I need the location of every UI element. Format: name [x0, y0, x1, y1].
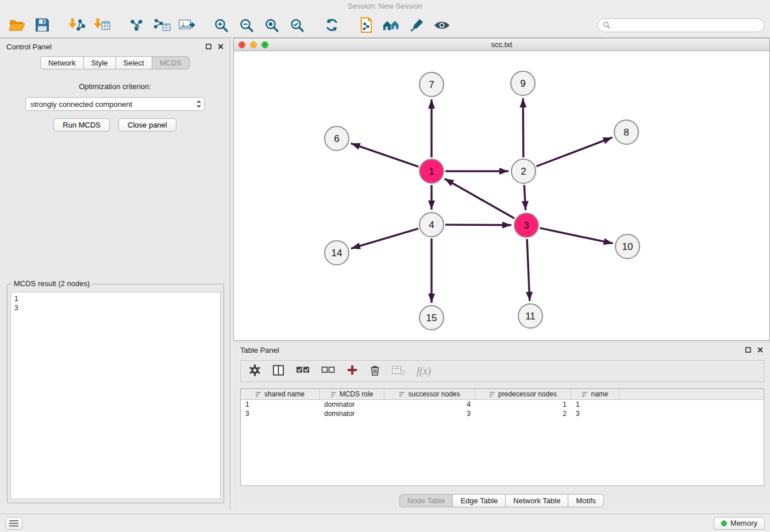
- search-box[interactable]: [598, 18, 764, 32]
- sort-icon: [399, 391, 405, 398]
- node-label-14: 14: [332, 248, 342, 259]
- node-label-6: 6: [334, 133, 339, 144]
- edge-4-14[interactable]: [351, 229, 418, 249]
- window-title: Session: New Session: [348, 2, 422, 10]
- tab-mcds[interactable]: MCDS: [152, 56, 190, 70]
- edge-2-3[interactable]: [524, 185, 525, 210]
- zoom-selected-button[interactable]: [286, 16, 308, 35]
- table-panel-title: Table Panel: [240, 346, 279, 354]
- table-row-2[interactable]: 3dominator323: [241, 409, 764, 418]
- import-network-icon: [68, 17, 86, 33]
- close-table-panel-button[interactable]: [757, 347, 763, 353]
- column-label: successor nodes: [408, 390, 460, 398]
- export-image-button[interactable]: [176, 16, 198, 35]
- table-tab-network-table[interactable]: Network Table: [505, 494, 568, 507]
- column-header-name[interactable]: name: [571, 389, 619, 399]
- column-header-predecessor-nodes[interactable]: predecessor nodes: [475, 389, 571, 399]
- table-row-1[interactable]: 1dominator411: [241, 400, 764, 409]
- node-8[interactable]: 8: [614, 120, 638, 144]
- show-hide-button[interactable]: [431, 16, 453, 35]
- column-header-successor-nodes[interactable]: successor nodes: [384, 389, 475, 399]
- search-input[interactable]: [613, 21, 759, 29]
- refresh-layout-button[interactable]: [321, 16, 342, 35]
- new-network-button[interactable]: [125, 16, 147, 35]
- tab-style[interactable]: Style: [83, 56, 116, 70]
- main-toolbar: [0, 13, 770, 38]
- show-columns-button[interactable]: [272, 364, 284, 379]
- node-1[interactable]: 1: [419, 159, 444, 183]
- network-canvas[interactable]: 7968124314101511: [234, 51, 769, 340]
- window-titlebar[interactable]: Session: New Session: [0, 0, 770, 13]
- float-table-panel-button[interactable]: [745, 347, 751, 353]
- add-column-button[interactable]: [346, 364, 358, 378]
- save-button[interactable]: [31, 16, 53, 35]
- node-table-header: shared nameMCDS rolesuccessor nodesprede…: [241, 389, 764, 400]
- delete-column-button[interactable]: [369, 364, 380, 379]
- import-network-button[interactable]: [66, 16, 87, 35]
- edge-4-3[interactable]: [445, 225, 511, 225]
- mcds-result-text[interactable]: 1 3: [10, 292, 221, 499]
- table-tab-motifs[interactable]: Motifs: [568, 494, 604, 507]
- node-11[interactable]: 11: [518, 304, 542, 328]
- node-3[interactable]: 3: [514, 213, 538, 237]
- edge-1-6[interactable]: [351, 144, 419, 167]
- memory-button[interactable]: Memory: [714, 517, 765, 530]
- table-tab-node-table[interactable]: Node Table: [399, 494, 453, 507]
- sort-icon: [255, 391, 261, 398]
- node-label-2: 2: [521, 166, 526, 177]
- cell-name: 1: [571, 400, 619, 409]
- run-mcds-button[interactable]: Run MCDS: [53, 118, 110, 132]
- table-tab-edge-table[interactable]: Edge Table: [452, 494, 506, 507]
- save-icon: [34, 17, 50, 33]
- node-label-11: 11: [525, 311, 536, 322]
- close-panel-button[interactable]: [218, 44, 224, 49]
- node-7[interactable]: 7: [419, 72, 444, 97]
- edge-3-1[interactable]: [445, 179, 515, 218]
- open-button[interactable]: [6, 16, 28, 35]
- list-icon: [9, 519, 19, 527]
- eye-icon: [433, 20, 451, 31]
- edge-2-8[interactable]: [536, 137, 612, 166]
- control-panel-title: Control Panel: [6, 43, 52, 51]
- node-table: shared nameMCDS rolesuccessor nodesprede…: [240, 388, 764, 486]
- column-header-mcds-role[interactable]: MCDS role: [319, 389, 384, 399]
- columns-icon: [272, 364, 284, 376]
- node-4[interactable]: 4: [419, 213, 444, 237]
- edge-3-10[interactable]: [540, 228, 613, 244]
- function-builder-button[interactable]: f(x): [417, 365, 431, 377]
- close-mcds-panel-button[interactable]: Close panel: [118, 118, 176, 132]
- node-14[interactable]: 14: [325, 241, 349, 265]
- node-6[interactable]: 6: [325, 126, 349, 151]
- node-2[interactable]: 2: [511, 159, 536, 183]
- tab-select[interactable]: Select: [116, 56, 152, 70]
- zoom-fit-button[interactable]: [261, 16, 283, 35]
- network-table-icon: [152, 17, 171, 33]
- edge-3-11[interactable]: [527, 239, 530, 301]
- new-network-table-button[interactable]: [151, 16, 172, 35]
- unselect-all-button[interactable]: [321, 366, 335, 376]
- share-document-button[interactable]: [355, 16, 377, 35]
- network-window-titlebar[interactable]: scc.txt × − +: [234, 38, 769, 51]
- node-15[interactable]: 15: [419, 306, 444, 330]
- column-header-shared-name[interactable]: shared name: [241, 389, 319, 399]
- style-paint-button[interactable]: [406, 16, 428, 35]
- share-document-icon: [359, 17, 374, 33]
- zoom-out-button[interactable]: [236, 16, 257, 35]
- zoom-fit-icon: [264, 18, 279, 33]
- first-neighbors-button[interactable]: [380, 16, 402, 35]
- node-10[interactable]: 10: [615, 234, 640, 259]
- tab-network[interactable]: Network: [40, 56, 84, 70]
- node-9[interactable]: 9: [511, 71, 535, 95]
- import-table-button[interactable]: [91, 16, 113, 35]
- table-settings-button[interactable]: [249, 364, 261, 379]
- delete-table-button[interactable]: [392, 365, 405, 378]
- float-panel-button[interactable]: [206, 44, 211, 49]
- zoom-in-button[interactable]: [210, 16, 232, 35]
- network-window: scc.txt × − + 7968124314101511: [233, 38, 770, 341]
- edge-2-9[interactable]: [523, 98, 523, 157]
- node-label-10: 10: [622, 241, 633, 252]
- show-panels-button[interactable]: [5, 517, 22, 530]
- select-all-button[interactable]: [296, 366, 310, 376]
- criterion-dropdown[interactable]: strongly connected component: [25, 97, 205, 111]
- gear-icon: [249, 364, 261, 376]
